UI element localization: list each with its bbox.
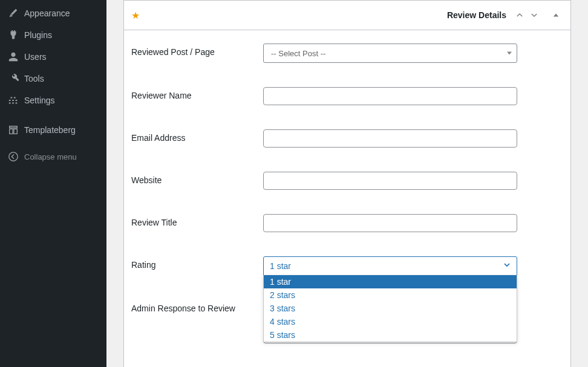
users-icon <box>7 51 19 63</box>
row-reviewer-name: Reviewer Name <box>131 75 563 117</box>
website-input[interactable] <box>263 172 517 190</box>
label-reviewer-name: Reviewer Name <box>131 87 263 100</box>
sidebar-item-templateberg[interactable]: Templateberg <box>0 115 106 141</box>
row-review-title: Review Title <box>131 202 563 244</box>
chevron-down-icon <box>502 261 512 272</box>
label-email: Email Address <box>131 129 263 143</box>
sidebar-label: Templateberg <box>24 125 76 135</box>
rating-dropdown-list: 1 star 2 stars 3 stars 4 stars 5 stars <box>263 275 517 342</box>
sidebar-label: Collapse menu <box>24 152 77 161</box>
sidebar-item-appearance[interactable]: Appearance <box>0 2 106 24</box>
star-icon: ★ <box>131 10 140 21</box>
select-post-placeholder: -- Select Post -- <box>271 49 325 58</box>
label-reviewed-post: Reviewed Post / Page <box>131 44 263 57</box>
templateberg-icon <box>7 124 19 136</box>
svg-point-0 <box>9 152 18 161</box>
sidebar-item-users[interactable]: Users <box>0 46 106 68</box>
rating-select[interactable]: 1 star <box>263 256 517 276</box>
rating-option-4[interactable]: 4 stars <box>264 315 517 328</box>
main-content: ★ Review Details Reviewed Post / Page --… <box>106 0 588 367</box>
row-website: Website <box>131 160 563 202</box>
sidebar-label: Appearance <box>24 8 70 18</box>
review-details-panel: ★ Review Details Reviewed Post / Page --… <box>123 0 571 367</box>
review-title-input[interactable] <box>263 214 517 232</box>
rating-option-5[interactable]: 5 stars <box>264 328 517 342</box>
admin-sidebar: Appearance Plugins Users Tools Settings … <box>0 0 106 367</box>
panel-body: Reviewed Post / Page -- Select Post -- R… <box>124 30 570 367</box>
row-rating: Rating 1 star 1 star 2 stars 3 stars 4 s… <box>131 244 563 288</box>
plugins-icon <box>7 29 19 41</box>
sidebar-label: Plugins <box>24 30 52 40</box>
appearance-icon <box>7 7 19 19</box>
panel-header: ★ Review Details <box>124 1 570 30</box>
settings-icon <box>7 94 19 106</box>
toggle-panel-icon[interactable] <box>549 8 563 22</box>
collapse-icon <box>7 151 19 163</box>
label-review-title: Review Title <box>131 214 263 227</box>
sidebar-label: Users <box>24 52 47 62</box>
tools-icon <box>7 73 19 85</box>
move-up-icon[interactable] <box>512 8 527 22</box>
rating-option-2[interactable]: 2 stars <box>264 288 517 302</box>
sidebar-item-settings[interactable]: Settings <box>0 89 106 111</box>
caret-down-icon <box>507 52 512 55</box>
label-website: Website <box>131 172 263 185</box>
rating-selected-value: 1 star <box>270 261 291 271</box>
reviewer-name-input[interactable] <box>263 87 517 105</box>
row-reviewed-post: Reviewed Post / Page -- Select Post -- <box>131 40 563 75</box>
sidebar-label: Settings <box>24 96 55 105</box>
rating-option-1[interactable]: 1 star <box>264 275 517 288</box>
select-post-dropdown[interactable]: -- Select Post -- <box>263 44 517 63</box>
sidebar-item-plugins[interactable]: Plugins <box>0 24 106 46</box>
row-email: Email Address <box>131 117 563 160</box>
sidebar-label: Tools <box>24 74 44 83</box>
rating-option-3[interactable]: 3 stars <box>264 302 517 315</box>
label-rating: Rating <box>131 256 263 270</box>
sidebar-item-tools[interactable]: Tools <box>0 68 106 89</box>
email-input[interactable] <box>263 129 517 148</box>
label-admin-response: Admin Response to Review <box>131 300 263 313</box>
panel-title: Review Details <box>447 10 506 20</box>
sidebar-collapse[interactable]: Collapse menu <box>0 146 106 167</box>
move-down-icon[interactable] <box>527 8 541 22</box>
